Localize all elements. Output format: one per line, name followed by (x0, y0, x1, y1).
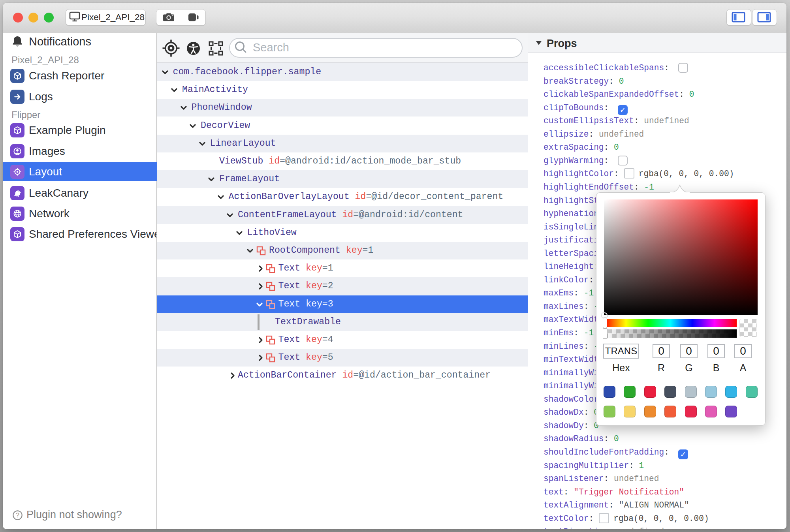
svg-text:?: ? (16, 511, 19, 519)
